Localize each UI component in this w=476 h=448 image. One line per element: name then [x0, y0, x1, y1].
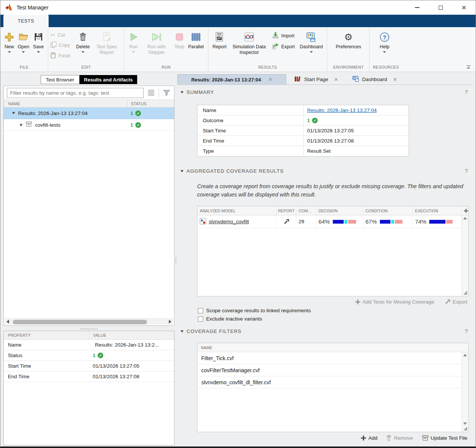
- tab-tests[interactable]: TESTS: [3, 15, 49, 27]
- tab-start-page[interactable]: Start Page ✕: [290, 74, 343, 84]
- tab-dashboard[interactable]: Dashboard ✕: [348, 74, 401, 84]
- resize-grip-icon[interactable]: [464, 427, 467, 431]
- vertical-splitter[interactable]: [174, 256, 177, 264]
- section-collapse-icon[interactable]: [181, 170, 184, 172]
- simulation-data-inspector-button[interactable]: Simulation Data Inspector: [228, 30, 270, 56]
- filter-icon-button[interactable]: [162, 88, 171, 97]
- collapse-toolstrip-button[interactable]: [466, 65, 471, 69]
- open-report-button[interactable]: [277, 215, 296, 228]
- column-complexity[interactable]: COM...: [296, 206, 316, 215]
- section-collapse-icon[interactable]: [181, 91, 184, 94]
- help-icon[interactable]: ?: [465, 328, 468, 334]
- parallel-button[interactable]: Parallel: [186, 30, 206, 51]
- paste-icon: [51, 52, 56, 60]
- scroll-up-icon[interactable]: [463, 217, 467, 219]
- cut-button[interactable]: ✂ Cut: [51, 32, 70, 38]
- expand-collapse-icon[interactable]: [12, 112, 15, 114]
- run-with-stepper-button[interactable]: Run with Stepper: [140, 30, 173, 56]
- maximize-button[interactable]: [429, 0, 452, 15]
- copy-button[interactable]: Copy: [51, 41, 70, 49]
- toolbar-group-edit: ✂ Cut Copy Paste: [48, 27, 124, 72]
- help-icon[interactable]: ?: [465, 167, 468, 174]
- exclude-inactive-variants-checkbox[interactable]: Exclude inactive variants: [198, 316, 262, 322]
- minimize-button[interactable]: [406, 0, 429, 15]
- run-button[interactable]: Run: [127, 30, 140, 54]
- property-column[interactable]: PROPERTY: [4, 333, 89, 338]
- add-column-button[interactable]: [462, 206, 468, 215]
- remove-filter-button[interactable]: Remove: [386, 435, 413, 441]
- vertical-scrollbar[interactable]: [462, 215, 468, 296]
- summary-section-header[interactable]: SUMMARY: [181, 89, 214, 95]
- checkbox-unchecked-icon[interactable]: [198, 316, 203, 322]
- saved-filters-list-button[interactable]: [147, 88, 156, 97]
- coverage-row-slvnvdemo-covfilt[interactable]: slvnvdemo_covfilt 29 64% 67% 74%: [197, 215, 468, 228]
- column-decision[interactable]: DECISION: [316, 206, 363, 215]
- scrollbar-thumb[interactable]: [13, 320, 147, 324]
- chevron-down-icon: [383, 51, 386, 53]
- export-button[interactable]: Export: [272, 43, 295, 51]
- scroll-down-icon[interactable]: [463, 422, 467, 425]
- scroll-up-icon[interactable]: [463, 354, 467, 356]
- import-button[interactable]: Import: [272, 32, 295, 40]
- report-button[interactable]: Report: [211, 30, 229, 51]
- column-condition[interactable]: CONDITION: [363, 206, 413, 215]
- tab-results-and-artifacts[interactable]: Results and Artifacts: [80, 75, 138, 84]
- close-tab-icon[interactable]: ✕: [393, 77, 397, 82]
- filter-row-item[interactable]: slvnvdemo_covfilt_dl_filter.cvf: [197, 376, 468, 388]
- close-button[interactable]: ✕: [452, 0, 476, 15]
- tree-column-status[interactable]: STATUS: [127, 100, 174, 107]
- chevron-down-icon: [8, 51, 11, 53]
- tree-row-results[interactable]: Results: 2026-Jan-13 13:27:04 1 ✓: [4, 107, 174, 119]
- pass-check-icon: ✓: [135, 122, 141, 128]
- stop-button[interactable]: Stop: [173, 30, 186, 51]
- checkbox-unchecked-icon[interactable]: [198, 308, 203, 313]
- add-tests-for-missing-coverage-button[interactable]: Add Tests for Missing Coverage: [355, 299, 434, 305]
- scroll-right-icon[interactable]: [169, 320, 171, 324]
- scroll-left-icon[interactable]: [6, 320, 9, 324]
- value-column[interactable]: VALUE: [89, 331, 174, 339]
- update-test-file-button[interactable]: Update Test File: [422, 435, 467, 441]
- tab-results-document[interactable]: Results: 2026-Jan-13 13:27:04 ✕: [178, 74, 286, 84]
- column-execution[interactable]: EXECUTION: [413, 206, 462, 215]
- horizontal-splitter[interactable]: [3, 327, 174, 330]
- coverage-section-header[interactable]: AGGREGATED COVERAGE RESULTS: [181, 168, 284, 174]
- filters-column-name[interactable]: NAME: [197, 343, 468, 352]
- help-button[interactable]: ? Help: [378, 30, 392, 54]
- expand-collapse-icon[interactable]: [20, 123, 23, 126]
- tree-row-covfilt-tests[interactable]: covfilt-tests 1 ✓: [4, 119, 174, 131]
- filter-results-input[interactable]: [7, 88, 144, 98]
- scope-coverage-checkbox[interactable]: Scope coverage results to linked require…: [198, 308, 311, 313]
- section-collapse-icon[interactable]: [181, 330, 184, 333]
- save-button[interactable]: Save: [31, 30, 46, 54]
- dashboard-button[interactable]: Dashboard: [298, 30, 324, 54]
- results-link[interactable]: Results: 2026-Jan-13 13:27:04: [307, 107, 377, 113]
- property-row-start-time[interactable]: Start Time 01/13/2026 13:27:05: [4, 361, 174, 371]
- property-row-end-time[interactable]: End Time 01/13/2026 13:27:08: [4, 371, 174, 382]
- filter-row-item[interactable]: covFilterTestManager.cvf: [197, 364, 468, 376]
- property-row-status[interactable]: Status 1 ✓: [4, 350, 174, 361]
- open-button[interactable]: Open: [16, 30, 31, 54]
- column-analyzed-model[interactable]: ANALYZED MODEL: [197, 206, 277, 215]
- tab-test-browser[interactable]: Test Browser: [41, 75, 80, 84]
- add-filter-button[interactable]: Add: [361, 435, 377, 441]
- delete-button[interactable]: Delete: [74, 30, 92, 54]
- column-report[interactable]: REPORT: [277, 206, 296, 215]
- coverage-filters-section-header[interactable]: COVERAGE FILTERS: [181, 328, 242, 334]
- vertical-scrollbar[interactable]: [462, 352, 468, 432]
- paste-button[interactable]: Paste: [51, 52, 70, 60]
- preferences-button[interactable]: ⚙ Preferences: [334, 30, 363, 51]
- help-icon[interactable]: ?: [465, 89, 468, 95]
- property-row-name[interactable]: Name Results: 2026-Jan-13 13:2...: [4, 340, 174, 350]
- new-button[interactable]: New: [3, 30, 16, 54]
- close-tab-icon[interactable]: ✕: [334, 77, 338, 82]
- filter-row-item[interactable]: Filter_Tick.cvf: [197, 352, 468, 364]
- plus-icon: [361, 436, 366, 440]
- horizontal-scrollbar[interactable]: [5, 318, 173, 325]
- close-tab-icon[interactable]: ✕: [268, 77, 272, 82]
- tree-column-name[interactable]: NAME: [4, 101, 127, 106]
- divider: [159, 88, 159, 97]
- resize-grip-icon[interactable]: [464, 291, 467, 295]
- test-spec-report-button[interactable]: Test Spec Report: [92, 30, 122, 56]
- model-link[interactable]: slvnvdemo_covfilt: [209, 219, 249, 224]
- export-coverage-button[interactable]: Export: [445, 299, 467, 305]
